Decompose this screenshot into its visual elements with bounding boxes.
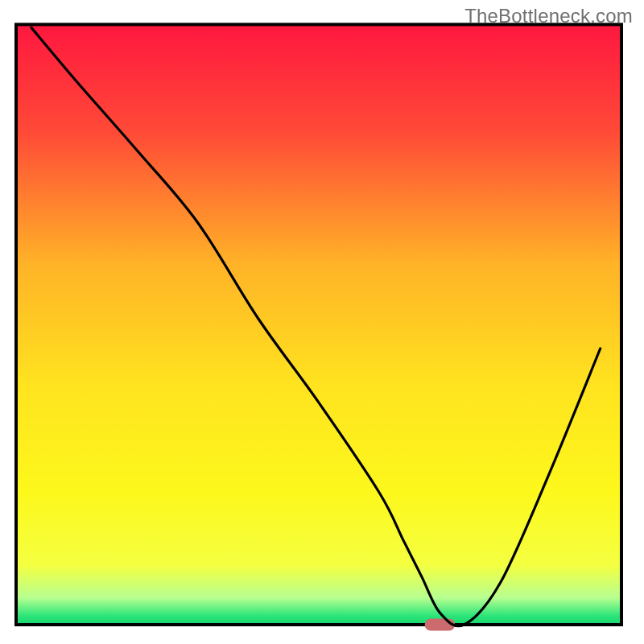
bottleneck-chart: TheBottleneck.com [0,0,644,644]
watermark-text: TheBottleneck.com [464,5,633,27]
chart-svg [0,0,644,644]
